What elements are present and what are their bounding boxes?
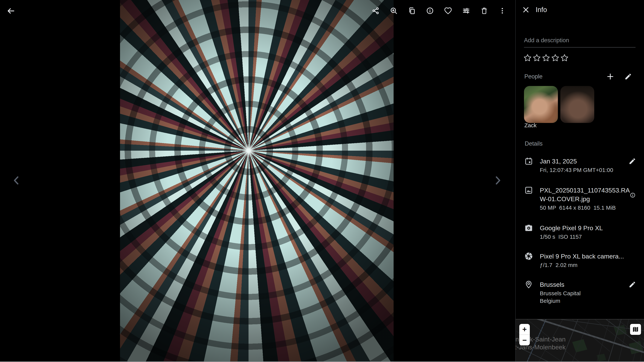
image-icon — [524, 186, 533, 195]
person-thumbnail[interactable] — [524, 86, 558, 123]
back-button[interactable] — [6, 6, 16, 16]
close-icon — [522, 6, 530, 14]
location-region: Brussels Capital — [540, 290, 630, 297]
photo-toolbar — [371, 6, 507, 15]
pencil-icon — [628, 157, 636, 165]
copy-button[interactable] — [407, 6, 416, 15]
edit-location-button[interactable] — [628, 280, 636, 289]
photo[interactable] — [120, 0, 394, 362]
map-zoom-control: + − — [519, 324, 530, 345]
star-icon — [551, 54, 560, 62]
star-rating — [523, 54, 569, 62]
location-icon — [524, 280, 533, 289]
rating-star-2[interactable] — [532, 54, 541, 62]
person-thumbnail[interactable] — [560, 86, 594, 123]
rating-star-1[interactable] — [523, 54, 532, 62]
location-city: Brussels — [540, 280, 630, 289]
rating-star-5[interactable] — [560, 54, 569, 62]
adjustments-button[interactable] — [462, 6, 471, 15]
star-icon — [532, 54, 541, 62]
favorite-button[interactable] — [444, 6, 452, 15]
kebab-menu-icon — [498, 7, 506, 15]
lens-specs: ƒ/1.7 2.02 mm — [540, 261, 630, 269]
rating-star-3[interactable] — [542, 54, 550, 62]
date-value: Jan 31, 2025 — [540, 157, 630, 166]
exposure-info: 1/50 s ISO 1157 — [540, 233, 630, 241]
map-zoom-out-button[interactable]: − — [519, 335, 530, 345]
plus-icon — [606, 72, 614, 81]
file-name: PXL_20250131_110743553.RAW-01.COVER.jpg — [540, 186, 630, 203]
chevron-left-icon — [11, 175, 22, 186]
next-photo-button[interactable] — [492, 174, 504, 186]
star-icon — [523, 54, 532, 62]
info-panel: Info People Zack Details — [516, 0, 644, 362]
panel-title: Info — [536, 6, 547, 14]
map-icon — [632, 326, 639, 333]
copy-icon — [408, 7, 416, 15]
close-panel-button[interactable] — [521, 5, 530, 14]
description-input[interactable] — [524, 37, 636, 48]
camera-icon — [524, 224, 533, 232]
tune-icon — [462, 7, 470, 15]
zoom-in-button[interactable] — [389, 6, 398, 15]
heart-icon — [444, 7, 452, 15]
lens-name: Pixel 9 Pro XL back camera... — [540, 252, 630, 261]
pencil-icon — [624, 73, 632, 80]
add-person-button[interactable] — [606, 72, 615, 81]
rating-star-4[interactable] — [551, 54, 560, 62]
zoom-in-icon — [390, 7, 398, 15]
info-icon — [426, 7, 434, 15]
photo-viewer: Info People Zack Details — [0, 0, 644, 362]
people-section-label: People — [524, 73, 543, 80]
share-icon — [372, 7, 380, 15]
details-section-label: Details — [525, 140, 543, 147]
camera-model: Google Pixel 9 Pro XL — [540, 224, 630, 232]
edit-date-button[interactable] — [628, 157, 636, 166]
person-name: Zack — [524, 122, 536, 129]
location-country: Belgium — [540, 297, 630, 305]
more-options-button[interactable] — [498, 6, 507, 15]
previous-photo-button[interactable] — [10, 174, 22, 186]
share-button[interactable] — [371, 6, 380, 15]
chevron-right-icon — [492, 175, 503, 186]
file-specs: 50 MP 6144 x 8160 15.1 MiB — [540, 204, 630, 212]
arrow-left-icon — [6, 7, 15, 15]
aperture-icon — [524, 252, 533, 261]
trash-icon — [480, 7, 488, 15]
calendar-icon — [524, 157, 533, 166]
info-button[interactable] — [426, 6, 434, 15]
info-small-icon — [630, 192, 636, 198]
file-info-button[interactable] — [630, 192, 636, 198]
pencil-icon — [628, 281, 636, 288]
map-style-button[interactable] — [630, 324, 641, 335]
map-zoom-in-button[interactable]: + — [519, 324, 530, 334]
star-icon — [542, 54, 550, 62]
delete-button[interactable] — [480, 6, 489, 15]
star-icon — [560, 54, 569, 62]
time-value: Fri, 12:07:43 PM GMT+01:00 — [540, 166, 630, 174]
map[interactable]: Molenbeek-Saint-Jean Sint-Jans-Molenbeek… — [516, 319, 644, 362]
edit-people-button[interactable] — [624, 72, 633, 81]
